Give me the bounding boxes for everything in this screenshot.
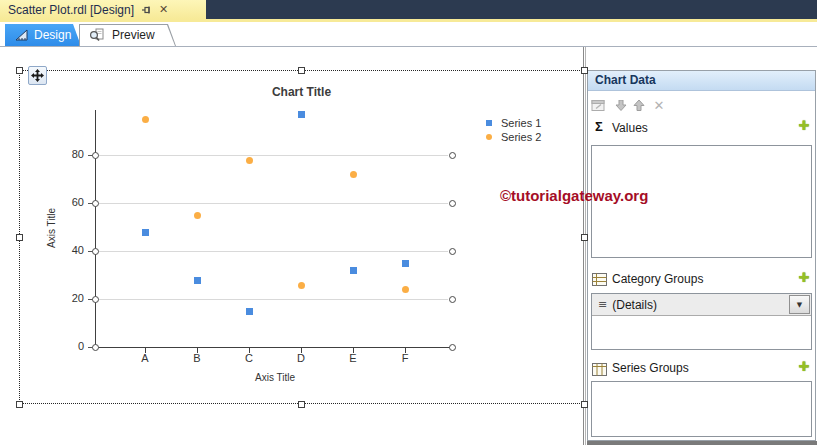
sigma-icon: Σ	[595, 119, 603, 134]
add-values-button[interactable]: ✚	[796, 118, 812, 133]
properties-icon[interactable]	[589, 96, 607, 114]
watermark-text: ©tutorialgateway.org	[500, 187, 648, 204]
panel-bottom-edge	[587, 441, 817, 445]
tab-design-label: Design	[34, 28, 71, 42]
close-icon[interactable]: ✕	[159, 3, 168, 16]
category-groups-section-label: Category Groups	[612, 272, 703, 286]
series-groups-section-label: Series Groups	[612, 361, 689, 375]
details-item-label: (Details)	[612, 298, 657, 312]
pin-icon[interactable]	[140, 3, 153, 16]
details-dropdown-button[interactable]: ▼	[789, 295, 810, 314]
legend-label: Series 2	[501, 131, 541, 143]
document-tab[interactable]: Scatter Plot.rdl [Design] ✕	[0, 0, 206, 19]
move-up-icon[interactable]	[630, 96, 648, 114]
legend-item: Series 2	[486, 130, 541, 143]
series-groups-list[interactable]	[591, 381, 812, 437]
legend-item: Series 1	[486, 116, 541, 129]
chart-data-panel-title: Chart Data	[588, 71, 815, 91]
legend-label: Series 1	[501, 117, 541, 129]
document-tab-label: Scatter Plot.rdl [Design]	[8, 3, 134, 17]
chart-legend[interactable]: Series 1Series 2	[486, 116, 541, 143]
design-icon	[14, 28, 29, 46]
panel-left-divider-inner	[585, 47, 586, 445]
legend-marker	[486, 134, 492, 140]
legend-marker	[486, 120, 492, 126]
add-category-group-button[interactable]: ✚	[796, 270, 812, 285]
y-axis-title[interactable]: Axis Title	[46, 158, 60, 298]
chevron-down-icon: ▼	[797, 301, 802, 309]
panel-left-divider	[583, 47, 584, 445]
move-handle-icon[interactable]	[28, 66, 47, 85]
report-designer-window: Scatter Plot.rdl [Design] ✕ Design Previ…	[0, 0, 817, 445]
category-groups-icon	[592, 273, 607, 286]
delete-icon[interactable]: ✕	[650, 96, 668, 114]
chart-title[interactable]: Chart Title	[19, 85, 584, 99]
series-groups-icon	[592, 363, 607, 376]
tab-preview-label: Preview	[112, 28, 155, 42]
tab-design[interactable]: Design	[5, 24, 81, 46]
preview-icon	[89, 28, 104, 46]
category-group-details-item[interactable]: ≡ (Details) ▼	[592, 294, 811, 316]
values-section-label: Values	[612, 121, 648, 135]
x-axis-title[interactable]: Axis Title	[95, 372, 455, 383]
tab-preview[interactable]: Preview	[79, 24, 176, 46]
add-series-group-button[interactable]: ✚	[796, 359, 812, 374]
move-down-icon[interactable]	[612, 96, 630, 114]
grip-icon: ≡	[592, 298, 612, 311]
document-tab-strip	[0, 19, 817, 22]
